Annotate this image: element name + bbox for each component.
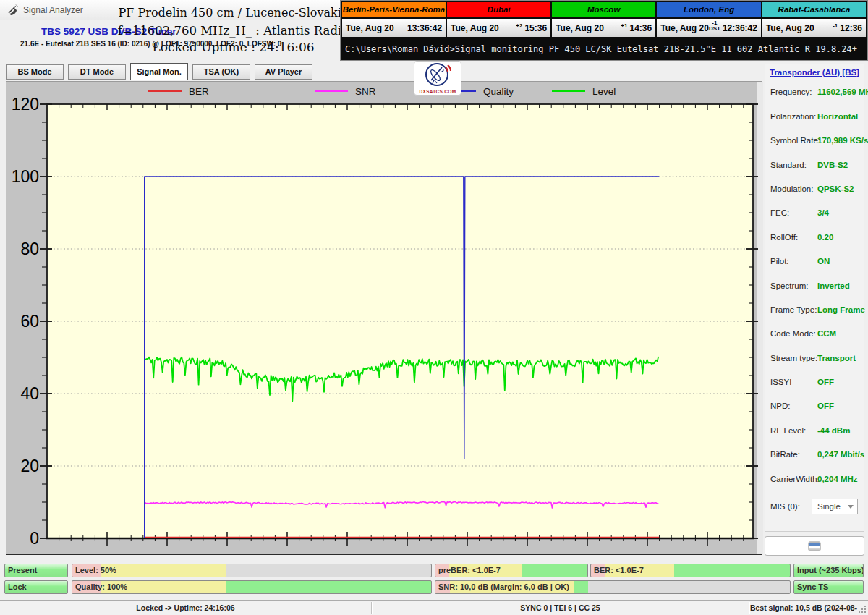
legend-line	[148, 90, 182, 92]
transponder-label: Symbol Rate:	[770, 136, 820, 145]
transponder-label: Modulation:	[770, 184, 813, 193]
clock-date: Tue, Aug 20	[556, 23, 621, 33]
legend-label: SNR	[355, 86, 376, 97]
clock-city: London, Eng	[657, 2, 761, 17]
transponder-label: Frame Type:	[770, 305, 817, 314]
signal-chart	[37, 98, 763, 548]
transponder-value: -44 dBm	[817, 426, 850, 435]
locked-uptime: Locked Uptime : 24:16:06	[109, 40, 358, 54]
transponder-value: 3/4	[817, 208, 829, 217]
statusbar-uptime: Locked -> Uptime: 24:16:06	[0, 601, 371, 615]
transponder-row: Symbol Rate:170,989 KS/s	[770, 125, 859, 149]
y-axis-label: 40	[4, 384, 39, 404]
console-prompt: C:\Users\Roman Dávid>Signal monitoring_P…	[345, 44, 866, 54]
quality-bar: Quality: 100%	[72, 580, 432, 594]
transponder-value: QPSK-S2	[817, 184, 854, 193]
transponder-label: NPD:	[770, 402, 790, 410]
tab-tsa-ok[interactable]: TSA (OK)	[192, 64, 250, 80]
transponder-row: CarrierWidth:0,204 MHz	[770, 463, 859, 487]
mode-tabs: BS ModeDT ModeSignal Mon.TSA (OK)AV Play…	[6, 63, 317, 80]
transponder-title: Transponder (AU) [BS]	[770, 68, 859, 77]
mis-select[interactable]: Single	[812, 499, 858, 514]
transponder-value: Inverted	[817, 281, 850, 290]
clock-time-row: Tue, Aug 20-112:36	[762, 19, 866, 37]
console-window: Berlin-Paris-Vienna-RomaTue, Aug 2013:36…	[340, 0, 868, 61]
satellite-logo-icon	[422, 62, 454, 88]
transponder-row: Pilot:ON	[770, 246, 859, 270]
clock-time: 12:36	[840, 23, 862, 33]
input-bitrate-bar: Input (~235 Kbps)	[793, 564, 864, 577]
clock-utc-offset: -1	[833, 23, 838, 29]
transponder-label: Code Mode:	[770, 329, 816, 338]
clock-date: Tue, Aug 20	[766, 23, 833, 33]
transponder-row: Frame Type:Long Frame	[770, 294, 859, 318]
statusbar-best-signal: Best signal: 10,5 dB (2024-08-19 14:23)	[749, 601, 858, 615]
transponder-row: Polarization:Horizontal	[770, 101, 859, 124]
antenna-location: PF Prodelin 450 cm / Lucenec-Slovakia	[109, 6, 358, 20]
tab-signal-mon[interactable]: Signal Mon.	[130, 63, 188, 80]
transponder-label: RollOff:	[770, 233, 798, 242]
transponder-value: CCM	[817, 329, 836, 338]
legend-label: Quality	[483, 86, 514, 97]
window-title: Signal Analyzer	[23, 5, 83, 15]
transponder-row: RollOff:0.20	[770, 221, 859, 245]
mis-selected-value: Single	[817, 502, 841, 511]
clock-time: 12:36:42	[723, 23, 757, 33]
transponder-value: ON	[817, 257, 830, 266]
transponder-value: 0.20	[817, 233, 833, 242]
present-indicator: Present	[4, 564, 68, 577]
transponder-label: ISSYI	[770, 378, 791, 386]
resize-grip-icon[interactable]	[858, 605, 867, 614]
legend-label: BER	[189, 86, 209, 97]
tab-av-player[interactable]: AV Player	[255, 64, 312, 80]
clock-utc-offset: +2	[516, 23, 522, 29]
transponder-row: ISSYIOFF	[770, 367, 859, 391]
transponder-label: Standard:	[770, 161, 807, 169]
preber-bar: preBER: <1.0E-7	[435, 564, 588, 577]
transponder-row: Code Mode:CCM	[770, 318, 859, 342]
clock-panel: London, EngTue, Aug 20-1 DST12:36:42	[657, 2, 761, 37]
legend-line	[315, 90, 348, 92]
world-clocks: Berlin-Paris-Vienna-RomaTue, Aug 2013:36…	[342, 2, 866, 37]
ber-bar: BER: <1.0E-7	[590, 564, 791, 577]
legend-item-ber: BER	[148, 85, 209, 97]
legend-label: Level	[592, 86, 616, 97]
snr-bar: SNR: 10,0 dB (Margin: 6,0 dB | OK)	[435, 580, 791, 594]
satellite-dish-icon	[7, 4, 19, 19]
mis-row: MIS (0): Single	[770, 493, 859, 525]
status-bar: Locked -> Uptime: 24:16:06 SYNC 0 | TEI …	[0, 600, 868, 615]
y-axis-label: 80	[4, 239, 39, 259]
transponder-value: DVB-S2	[817, 161, 848, 169]
signal-analyzer-window: Signal Analyzer TBS 5927 USB DVB-S2 Tune…	[0, 0, 868, 615]
clock-date: Tue, Aug 20	[346, 23, 405, 33]
transponder-label: FEC:	[770, 208, 789, 217]
transponder-row: NPD:OFF	[770, 391, 859, 415]
transponder-value: 11602,569 MHz	[817, 88, 868, 96]
legend-item-level: Level	[552, 85, 616, 97]
lock-indicator: Lock	[4, 580, 68, 594]
clock-city: Moscow	[552, 2, 655, 17]
clock-utc-offset: +1	[621, 23, 627, 29]
transponder-label: CarrierWidth:	[770, 475, 820, 483]
clock-time-row: Tue, Aug 20-1 DST12:36:42	[657, 19, 761, 37]
clock-panel: Rabat-CasablancaTue, Aug 20-112:36	[762, 2, 866, 37]
ts-record-button[interactable]	[765, 536, 864, 556]
transponder-label: Pilot:	[770, 257, 789, 266]
tab-bs-mode[interactable]: BS Mode	[6, 64, 64, 80]
clock-time-row: Tue, Aug 20+114:36	[552, 19, 655, 37]
tab-dt-mode[interactable]: DT Mode	[68, 64, 126, 80]
chart-bottom-divider	[6, 554, 762, 555]
record-device-icon	[808, 541, 821, 551]
transponder-panel: Transponder (AU) [BS] Frequency:11602,56…	[765, 64, 864, 532]
legend-line	[552, 90, 585, 92]
clock-city: Rabat-Casablanca	[762, 2, 866, 17]
transponder-value: Long Frame	[817, 305, 865, 314]
transponder-value: 0,247 Mbit/s	[817, 450, 864, 459]
transponder-label: Spectrum:	[770, 281, 808, 290]
y-axis-label: 0	[4, 529, 39, 548]
dxsatcs-logo: DXSATCS.COM	[414, 61, 461, 96]
transponder-value: OFF	[817, 402, 834, 410]
transponder-value: 170,989 KS/s	[817, 136, 868, 145]
y-axis-label: 120	[4, 95, 39, 114]
statusbar-sync-counters: SYNC 0 | TEI 6 | CC 25	[372, 601, 749, 615]
